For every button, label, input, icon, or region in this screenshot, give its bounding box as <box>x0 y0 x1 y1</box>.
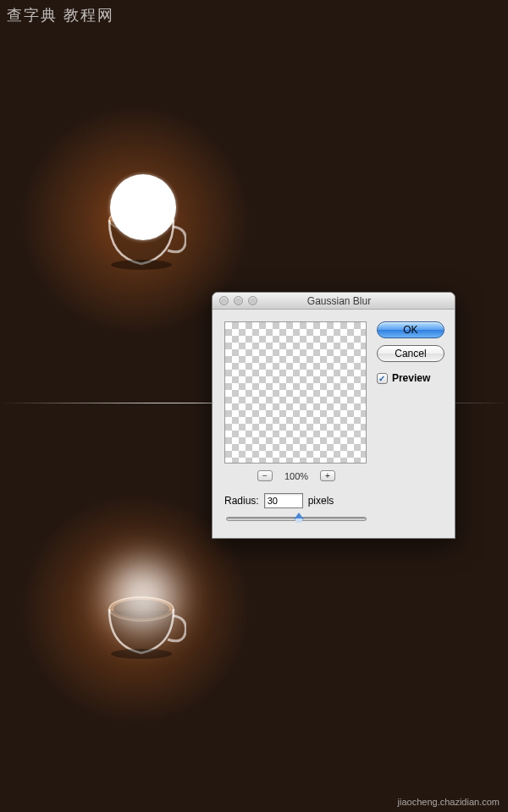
radius-slider[interactable] <box>224 517 368 524</box>
preview-canvas[interactable] <box>224 321 367 464</box>
radius-label: Radius: <box>224 495 259 507</box>
slider-track[interactable] <box>226 517 367 521</box>
radius-row: Radius: pixels <box>224 493 368 508</box>
dialog-title: Gaussian Blur <box>257 295 421 307</box>
preview-checkbox[interactable]: ✓ <box>377 373 388 384</box>
highlight-sphere-unblurred <box>110 174 176 240</box>
watermark-brand: 查字典 教程网 <box>7 5 114 25</box>
zoom-level: 100% <box>284 471 308 481</box>
svg-point-5 <box>111 649 172 659</box>
zoom-out-button[interactable]: − <box>257 470 273 481</box>
cancel-button[interactable]: Cancel <box>377 345 444 362</box>
highlight-sphere-blurred <box>110 563 176 629</box>
coffee-cup <box>102 592 186 668</box>
scene-after-blur <box>51 524 237 710</box>
ok-button[interactable]: OK <box>377 321 444 338</box>
scene-before-blur <box>51 135 237 321</box>
window-controls <box>219 296 257 305</box>
slider-thumb[interactable] <box>294 513 304 524</box>
svg-point-2 <box>111 260 172 270</box>
button-column: OK Cancel ✓ Preview <box>377 321 444 524</box>
dialog-titlebar[interactable]: Gaussian Blur <box>213 293 455 310</box>
preview-toggle: ✓ Preview <box>377 372 444 384</box>
coffee-cup <box>102 203 186 279</box>
window-zoom-icon[interactable] <box>248 296 257 305</box>
radius-input[interactable] <box>264 493 303 508</box>
window-close-icon[interactable] <box>219 296 229 305</box>
watermark-url: jiaocheng.chazidian.com <box>398 797 500 807</box>
zoom-in-button[interactable]: + <box>320 470 335 481</box>
window-minimize-icon[interactable] <box>234 296 243 305</box>
dialog-body: − 100% + Radius: pixels OK Cancel ✓ Prev… <box>213 310 455 538</box>
preview-label: Preview <box>392 372 430 384</box>
zoom-controls: − 100% + <box>224 470 368 481</box>
radius-unit: pixels <box>308 495 334 507</box>
preview-column: − 100% + Radius: pixels <box>224 321 368 524</box>
gaussian-blur-dialog: Gaussian Blur − 100% + Radius: pixels OK <box>212 292 456 539</box>
